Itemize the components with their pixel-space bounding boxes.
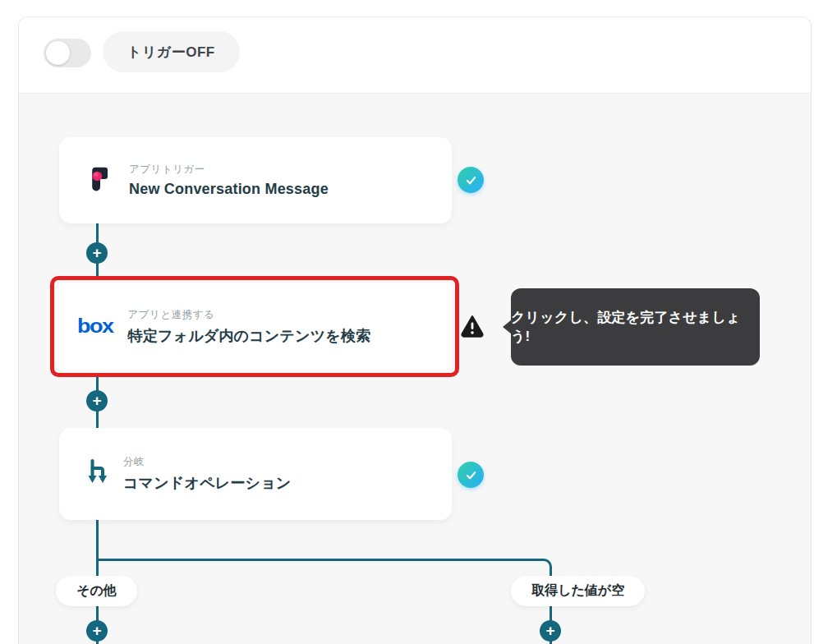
node-title: コマンドオペレーション bbox=[123, 473, 291, 493]
node-card-box-search-highlight[interactable]: box アプリと連携する 特定フォルダ内のコンテンツを検索 bbox=[50, 276, 459, 377]
warning-icon bbox=[460, 315, 485, 338]
branch-label-empty-value[interactable]: 取得した値が空 bbox=[511, 576, 645, 606]
add-step-button[interactable] bbox=[86, 620, 108, 642]
branch-connector-line bbox=[97, 559, 552, 578]
trigger-status-badge: トリガーOFF bbox=[103, 31, 240, 72]
add-step-button[interactable] bbox=[86, 390, 108, 412]
node-type-label: アプリと連携する bbox=[128, 308, 371, 322]
node-type-label: 分岐 bbox=[123, 455, 291, 469]
tooltip-text: クリックし、設定を完了させましょう! bbox=[511, 308, 760, 346]
box-app-icon: box bbox=[77, 316, 113, 337]
trigger-status-label: トリガーOFF bbox=[127, 43, 215, 62]
add-step-button[interactable] bbox=[86, 242, 108, 264]
workflow-editor: トリガーOFF アプリトリガー New Conversation Message… bbox=[0, 0, 814, 644]
add-step-button[interactable] bbox=[540, 620, 561, 642]
branch-label-other[interactable]: その他 bbox=[56, 576, 137, 606]
node-card-box-search[interactable]: box アプリと連携する 特定フォルダ内のコンテンツを検索 bbox=[57, 283, 453, 370]
status-check-icon bbox=[458, 167, 484, 193]
node-type-label: アプリトリガー bbox=[129, 163, 329, 177]
node-title: New Conversation Message bbox=[129, 181, 329, 198]
branch-label-text: 取得した値が空 bbox=[531, 582, 624, 600]
branch-icon bbox=[86, 459, 108, 490]
tooltip-arrow-icon bbox=[503, 320, 512, 334]
node-title: 特定フォルダ内のコンテンツを検索 bbox=[128, 326, 371, 346]
trigger-toggle[interactable] bbox=[44, 39, 91, 67]
setup-tooltip: クリックし、設定を完了させましょう! bbox=[511, 288, 760, 366]
node-card-app-trigger[interactable]: アプリトリガー New Conversation Message bbox=[59, 137, 452, 223]
branch-label-text: その他 bbox=[76, 582, 117, 600]
front-app-icon bbox=[86, 165, 114, 196]
node-card-branch-operation[interactable]: 分岐 コマンドオペレーション bbox=[59, 428, 452, 520]
toggle-knob-icon bbox=[46, 41, 70, 65]
status-check-icon bbox=[458, 462, 484, 488]
